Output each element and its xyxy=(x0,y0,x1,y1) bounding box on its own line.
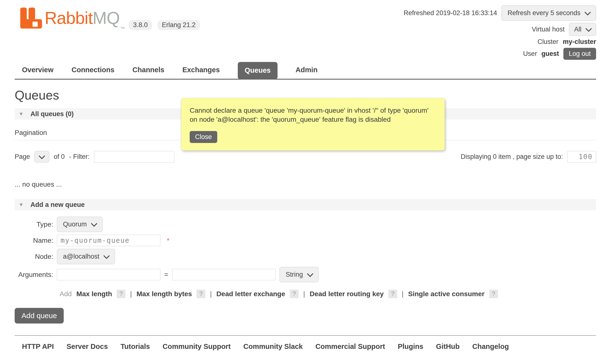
rabbitmq-management-app: RabbitMQ™ 3.8.0 Erlang 21.2 Refreshed 20… xyxy=(0,0,600,364)
displaying-label: Displaying 0 item , page size up to: xyxy=(461,153,563,161)
argument-key-input[interactable] xyxy=(57,269,160,280)
header-status-block: Refreshed 2019-02-18 16:33:14 Refresh ev… xyxy=(404,5,596,60)
help-icon[interactable]: ? xyxy=(290,290,299,298)
tab-connections[interactable]: Connections xyxy=(72,61,114,79)
footer-link-server-docs[interactable]: Server Docs xyxy=(67,343,108,351)
add-queue-form: Type: Quorum Name: * Node: xyxy=(15,217,596,324)
shortcut-dead-letter-exchange[interactable]: Dead letter exchange xyxy=(217,290,285,298)
queue-name-input[interactable] xyxy=(57,235,160,246)
footer-link-changelog[interactable]: Changelog xyxy=(472,343,509,351)
required-asterisk: * xyxy=(167,236,170,245)
footer: HTTP API Server Docs Tutorials Community… xyxy=(15,335,596,351)
version-badges: 3.8.0 Erlang 21.2 xyxy=(129,20,200,30)
collapse-triangle-icon: ▼ xyxy=(19,202,24,208)
tab-exchanges[interactable]: Exchanges xyxy=(182,61,220,79)
tab-queues[interactable]: Queues xyxy=(238,62,277,79)
rabbitmq-logo-icon xyxy=(20,7,43,31)
equals-sign: = xyxy=(164,271,168,279)
footer-link-community-slack[interactable]: Community Slack xyxy=(243,343,303,351)
refresh-interval-select[interactable]: Refresh every 5 seconds xyxy=(501,5,596,21)
separator: | xyxy=(402,290,403,298)
pagination-controls: Page of 0 - Filter: Displaying 0 item , … xyxy=(15,151,596,162)
user-name: guest xyxy=(541,50,559,58)
chevron-down-icon xyxy=(307,271,313,277)
cluster-label: Cluster xyxy=(538,38,559,46)
name-label: Name: xyxy=(15,237,53,244)
help-icon[interactable]: ? xyxy=(197,290,205,298)
footer-link-commercial-support[interactable]: Commercial Support xyxy=(315,343,385,351)
arguments-label: Arguments: xyxy=(15,271,53,279)
footer-link-http-api[interactable]: HTTP API xyxy=(22,343,54,351)
add-queue-section-header[interactable]: ▼ Add a new queue xyxy=(15,199,596,210)
refreshed-timestamp: Refreshed 2019-02-18 16:33:14 xyxy=(404,9,497,17)
chevron-down-icon xyxy=(584,9,591,16)
chevron-down-icon xyxy=(39,153,45,159)
separator: | xyxy=(210,290,212,298)
rabbitmq-logo[interactable]: RabbitMQ™ xyxy=(20,7,125,40)
chevron-down-icon xyxy=(103,253,110,259)
shortcut-max-length[interactable]: Max length xyxy=(76,290,112,298)
logout-button[interactable]: Log out xyxy=(563,48,596,60)
add-word: Add xyxy=(60,290,72,298)
virtual-host-label: Virtual host xyxy=(532,26,565,33)
erlang-version-badge: Erlang 21.2 xyxy=(157,20,200,30)
help-icon[interactable]: ? xyxy=(489,290,498,298)
rabbitmq-version-badge: 3.8.0 xyxy=(129,20,152,30)
error-message: Cannot declare a queue 'queue 'my-quorum… xyxy=(190,106,436,124)
cluster-name: my-cluster xyxy=(563,38,596,46)
collapse-triangle-icon: ▼ xyxy=(19,111,24,117)
chevron-down-icon xyxy=(91,220,97,227)
main-nav: Overview Connections Channels Exchanges … xyxy=(15,61,596,80)
help-icon[interactable]: ? xyxy=(117,290,125,298)
page-size-input[interactable] xyxy=(567,151,596,162)
add-queue-button[interactable]: Add queue xyxy=(15,308,64,324)
add-queue-section-title: Add a new queue xyxy=(31,201,85,209)
footer-link-plugins[interactable]: Plugins xyxy=(398,343,423,351)
tab-admin[interactable]: Admin xyxy=(296,61,318,79)
tab-channels[interactable]: Channels xyxy=(133,61,165,79)
tab-overview[interactable]: Overview xyxy=(22,61,53,79)
type-label: Type: xyxy=(15,221,53,228)
no-queues-message: ... no queues ... xyxy=(15,181,596,188)
node-select[interactable]: a@localhost xyxy=(57,249,115,264)
argument-shortcuts: Add Max length ? | Max length bytes ? | … xyxy=(60,290,596,298)
separator: | xyxy=(130,290,132,298)
node-label: Node: xyxy=(15,253,53,261)
logo-wordmark: RabbitMQ™ xyxy=(45,7,125,40)
queue-type-select[interactable]: Quorum xyxy=(57,217,103,232)
shortcut-max-length-bytes[interactable]: Max length bytes xyxy=(136,290,192,298)
chevron-down-icon xyxy=(585,25,592,32)
footer-link-tutorials[interactable]: Tutorials xyxy=(121,343,150,351)
page-label: Page xyxy=(15,153,30,161)
virtual-host-select[interactable]: All xyxy=(569,23,596,36)
shortcut-dead-letter-routing-key[interactable]: Dead letter routing key xyxy=(310,290,383,298)
argument-value-input[interactable] xyxy=(172,269,276,280)
filter-label: - Filter: xyxy=(69,153,90,161)
footer-link-community-support[interactable]: Community Support xyxy=(163,343,231,351)
filter-input[interactable] xyxy=(94,151,175,162)
user-label: User xyxy=(523,50,537,58)
separator: | xyxy=(303,290,305,298)
error-popup: Cannot declare a queue 'queue 'my-quorum… xyxy=(181,98,445,151)
page-number-select[interactable] xyxy=(34,151,49,162)
header: RabbitMQ™ 3.8.0 Erlang 21.2 Refreshed 20… xyxy=(0,0,600,61)
help-icon[interactable]: ? xyxy=(388,290,397,298)
footer-link-github[interactable]: GitHub xyxy=(436,343,460,351)
shortcut-single-active-consumer[interactable]: Single active consumer xyxy=(408,290,485,298)
all-queues-section-title: All queues (0) xyxy=(31,110,74,118)
page-of-label: of 0 xyxy=(54,153,65,161)
argument-type-select[interactable]: String xyxy=(279,267,319,282)
close-button[interactable]: Close xyxy=(190,131,217,143)
